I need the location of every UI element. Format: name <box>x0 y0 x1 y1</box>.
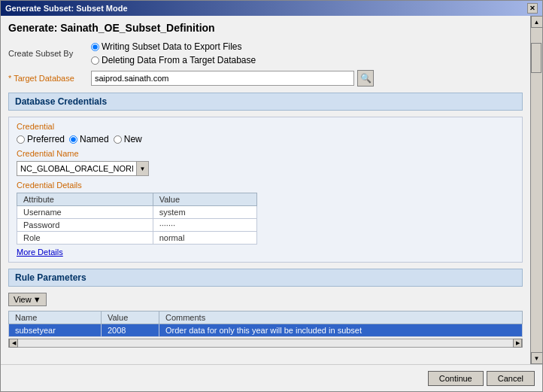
vertical-scrollbar: ▲ ▼ <box>530 16 542 364</box>
details-col-attribute: Attribute <box>17 193 153 206</box>
scroll-left-btn[interactable]: ◀ <box>9 339 18 348</box>
radio-new-label: New <box>124 134 142 144</box>
params-col-value: Value <box>101 311 159 324</box>
credential-name-dropdown-btn[interactable]: ▼ <box>137 161 149 176</box>
view-button[interactable]: View ▼ <box>8 293 47 306</box>
title-bar-buttons: ✕ <box>527 3 538 14</box>
credential-name-input[interactable] <box>17 161 137 176</box>
param-value: 2008 <box>101 324 159 337</box>
continue-button[interactable]: Continue <box>428 371 484 386</box>
radio-new-input[interactable] <box>114 135 122 144</box>
table-row: Role normal <box>17 232 257 245</box>
target-db-input[interactable] <box>91 71 354 86</box>
view-button-label: View <box>14 295 32 304</box>
view-dropdown-icon: ▼ <box>33 295 41 304</box>
page-title: Generate: Sainath_OE_Subset_Definition <box>8 22 523 34</box>
close-button[interactable]: ✕ <box>527 3 538 14</box>
search-icon: 🔍 <box>360 73 372 84</box>
credential-label: Credential <box>17 122 514 131</box>
radio-preferred-label: Preferred <box>27 134 65 144</box>
credential-name-select-wrapper: ▼ <box>17 161 149 176</box>
row-attribute: Username <box>17 206 153 219</box>
row-value: system <box>153 206 256 219</box>
radio-named[interactable]: Named <box>69 134 109 144</box>
row-attribute: Password <box>17 219 153 232</box>
details-table: Attribute Value Username system Password… <box>17 193 257 245</box>
rule-params-header: Rule Parameters <box>8 269 523 287</box>
create-subset-row: Create Subset By Writing Subset Data to … <box>8 41 523 65</box>
more-details-link[interactable]: More Details <box>17 248 63 257</box>
window: Generate Subset: Subset Mode ✕ Generate:… <box>0 0 543 392</box>
radio-deleting-input[interactable] <box>91 56 99 65</box>
main-content: Generate: Sainath_OE_Subset_Definition C… <box>1 16 530 364</box>
window-title: Generate Subset: Subset Mode <box>5 4 128 13</box>
radio-preferred-input[interactable] <box>17 135 25 144</box>
db-credentials-header: Database Credentials <box>8 93 523 111</box>
radio-named-input[interactable] <box>69 135 77 144</box>
params-scroll-area: Name Value Comments subsetyear 2008 Orde… <box>8 311 523 337</box>
scroll-track[interactable] <box>18 339 513 347</box>
target-db-input-row: 🔍 <box>91 70 374 87</box>
params-col-name: Name <box>9 311 102 324</box>
search-button[interactable]: 🔍 <box>357 70 374 87</box>
horizontal-scrollbar: ◀ ▶ <box>8 339 523 348</box>
create-subset-label: Create Subset By <box>8 49 91 58</box>
cancel-button[interactable]: Cancel <box>487 371 535 386</box>
scrollbar-thumb[interactable] <box>531 43 541 73</box>
params-col-comments: Comments <box>159 311 522 324</box>
content-area: Generate: Sainath_OE_Subset_Definition C… <box>1 16 542 364</box>
radio-writing-input[interactable] <box>91 43 99 51</box>
scroll-right-btn[interactable]: ▶ <box>513 339 522 348</box>
title-bar: Generate Subset: Subset Mode ✕ <box>1 1 542 16</box>
credential-options-row: Preferred Named New <box>17 134 514 144</box>
radio-deleting[interactable]: Deleting Data From a Target Database <box>91 55 256 65</box>
radio-deleting-label: Deleting Data From a Target Database <box>102 55 256 65</box>
table-row: Username system <box>17 206 257 219</box>
target-db-label: * Target Database <box>8 74 91 83</box>
scroll-up-btn[interactable]: ▲ <box>531 16 543 28</box>
table-row: Password ······· <box>17 219 257 232</box>
target-database-row: * Target Database 🔍 <box>8 70 523 87</box>
credential-details-label: Credential Details <box>17 181 514 190</box>
row-value: normal <box>153 232 256 245</box>
row-attribute: Role <box>17 232 153 245</box>
credential-name-row: ▼ <box>17 161 514 176</box>
row-value: ······· <box>153 219 256 232</box>
scrollbar-track[interactable] <box>531 28 542 352</box>
scroll-down-btn[interactable]: ▼ <box>531 352 543 364</box>
rule-params-section: View ▼ Name Value Comments <box>8 293 523 348</box>
details-col-value: Value <box>153 193 256 206</box>
params-table: Name Value Comments subsetyear 2008 Orde… <box>8 311 523 337</box>
param-comments: Order data for only this year will be in… <box>159 324 522 337</box>
radio-new[interactable]: New <box>114 134 142 144</box>
param-name: subsetyear <box>9 324 102 337</box>
radio-writing[interactable]: Writing Subset Data to Export Files <box>91 41 256 52</box>
radio-preferred[interactable]: Preferred <box>17 134 65 144</box>
radio-writing-label: Writing Subset Data to Export Files <box>102 41 242 52</box>
radio-named-label: Named <box>80 134 109 144</box>
credential-section: Credential Preferred Named New <box>8 117 523 263</box>
credential-name-label: Credential Name <box>17 149 514 158</box>
table-row[interactable]: subsetyear 2008 Order data for only this… <box>9 324 523 337</box>
footer: Continue Cancel <box>1 364 542 391</box>
